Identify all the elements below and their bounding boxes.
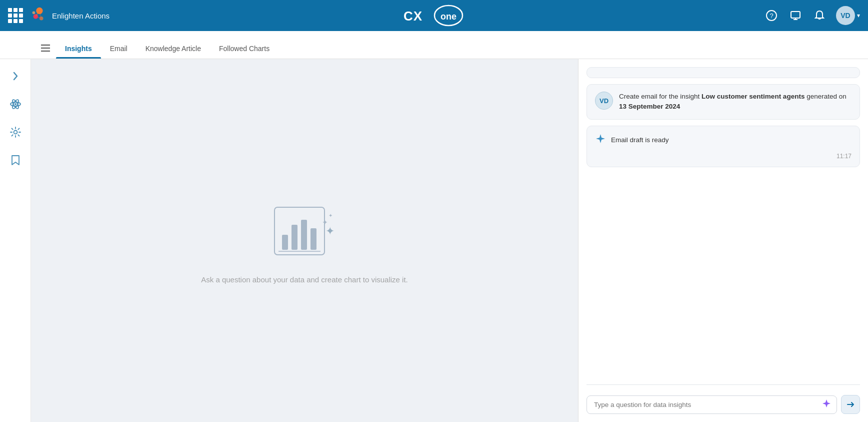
ai-message-text: Email draft is ready: [611, 136, 669, 144]
cxone-logo: CX one: [402, 5, 466, 27]
svg-rect-25: [292, 225, 298, 250]
help-button[interactable]: ?: [764, 8, 779, 23]
ai-sparkle-icon: [595, 133, 606, 147]
svg-rect-26: [301, 220, 307, 250]
logo-svg: [29, 6, 48, 25]
nav-center: CX one: [402, 5, 466, 27]
tab-bar: Insights Email Knowledge Article Followe…: [0, 31, 868, 59]
sidebar-expand-button[interactable]: [6, 67, 24, 85]
notification-button[interactable]: [812, 8, 827, 23]
user-menu-chevron[interactable]: ▾: [857, 12, 860, 19]
user-avatar-button[interactable]: VD: [836, 6, 855, 25]
empty-state-text: Ask a question about your data and creat…: [201, 275, 408, 284]
svg-rect-27: [310, 228, 316, 250]
svg-point-22: [14, 131, 17, 134]
hamburger-menu[interactable]: [35, 45, 56, 59]
svg-point-21: [14, 103, 16, 105]
cxone-logo-svg: CX one: [402, 5, 466, 27]
msg-user-content: VD Create email for the insight Low cust…: [595, 92, 852, 112]
msg-timestamp: 11:17: [595, 153, 852, 160]
svg-rect-12: [791, 12, 800, 18]
send-icon: [846, 400, 854, 408]
top-nav: Enlighten Actions CX one ?: [0, 0, 868, 31]
svg-text:✦: ✦: [328, 213, 332, 218]
svg-text:?: ?: [770, 12, 774, 20]
sidebar-bookmark-button[interactable]: [6, 151, 24, 169]
svg-text:✦: ✦: [326, 225, 334, 237]
svg-point-3: [32, 11, 36, 14]
msg-text-middle: generated on: [804, 93, 846, 100]
content-area: ✦ ✦ ✦ Ask a question about your data and…: [31, 59, 578, 422]
msg-text-bold1: Low customer sentiment agents: [702, 93, 804, 100]
svg-text:one: one: [440, 12, 456, 22]
empty-state: ✦ ✦ ✦ Ask a question about your data and…: [201, 197, 408, 284]
tab-knowledge-article[interactable]: Knowledge Article: [136, 45, 210, 59]
app-name: Enlighten Actions: [52, 12, 110, 20]
tab-email[interactable]: Email: [101, 45, 136, 59]
app-logo: Enlighten Actions: [29, 6, 110, 25]
chart-illustration: ✦ ✦ ✦: [264, 197, 344, 267]
tab-insights[interactable]: Insights: [56, 45, 101, 59]
msg-user-text: Create email for the insight Low custome…: [619, 92, 852, 112]
nav-right: ? VD ▾: [764, 6, 860, 25]
right-panel: VD Create email for the insight Low cust…: [578, 59, 868, 422]
svg-marker-32: [596, 134, 605, 143]
left-sidebar: [0, 59, 31, 422]
msg-ai-card: Email draft is ready 11:17: [586, 126, 860, 167]
msg-ai-content: Email draft is ready 11:17: [595, 133, 852, 160]
msg-text-prefix: Create email for the insight: [619, 93, 702, 100]
chat-divider: [586, 384, 860, 385]
chat-input-area: [578, 389, 868, 422]
user-avatar: VD: [595, 92, 613, 110]
svg-text:CX: CX: [404, 9, 422, 24]
nav-left: Enlighten Actions: [8, 6, 110, 25]
svg-rect-24: [282, 235, 288, 250]
msg-partial-card: [586, 67, 860, 78]
grid-menu-button[interactable]: [8, 8, 23, 23]
grid-icon: [8, 8, 23, 23]
chat-messages: VD Create email for the insight Low cust…: [578, 59, 868, 380]
main-layout: ✦ ✦ ✦ Ask a question about your data and…: [0, 59, 868, 422]
chat-input[interactable]: [586, 395, 837, 414]
monitor-button[interactable]: [788, 8, 803, 23]
tab-followed-charts[interactable]: Followed Charts: [210, 45, 278, 59]
ai-header: Email draft is ready: [595, 133, 852, 147]
send-button[interactable]: [841, 395, 860, 414]
sidebar-settings-button[interactable]: [6, 123, 24, 141]
chat-input-wrapper: [586, 395, 837, 414]
sidebar-atom-button[interactable]: [6, 95, 24, 113]
msg-user-card: VD Create email for the insight Low cust…: [586, 84, 860, 120]
msg-text-bold2: 13 September 2024: [619, 103, 680, 110]
